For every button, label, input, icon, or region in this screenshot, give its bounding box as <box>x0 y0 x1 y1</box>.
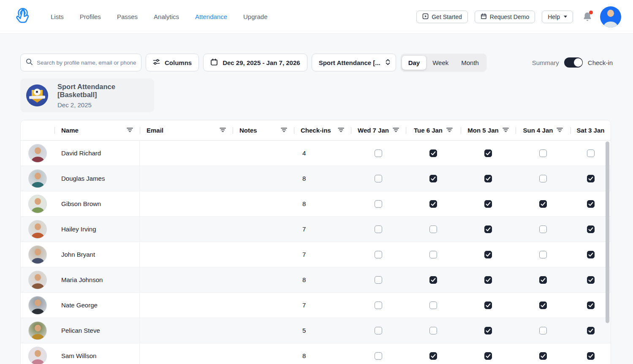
attendance-checkbox[interactable] <box>587 175 595 182</box>
event-card[interactable]: Sport Attendance [Basketball] Dec 2, 202… <box>20 79 154 112</box>
notes-cell <box>233 267 294 292</box>
avatar-head <box>35 299 41 306</box>
help-dropdown-button[interactable]: Help <box>542 11 573 23</box>
column-header-check-ins[interactable]: Check-ins <box>294 120 351 140</box>
name-cell: Pelican Steve <box>54 318 140 343</box>
column-header-wed-7-jan[interactable]: Wed 7 Jan <box>351 120 406 140</box>
attendance-checkbox[interactable] <box>375 352 382 360</box>
segment-day[interactable]: Day <box>402 56 427 70</box>
attendance-checkbox[interactable] <box>587 302 595 309</box>
filter-icon[interactable] <box>281 127 287 134</box>
attendance-checkbox[interactable] <box>587 225 595 233</box>
attendance-checkbox[interactable] <box>587 276 595 284</box>
attendance-checkbox[interactable] <box>429 327 437 334</box>
main-nav: ListsProfilesPassesAnalyticsAttendanceUp… <box>51 13 268 20</box>
profile-avatar <box>28 245 47 264</box>
attendance-checkbox[interactable] <box>375 225 382 233</box>
segment-week[interactable]: Week <box>426 56 455 70</box>
date-range-button[interactable]: Dec 29, 2025 - Jan 7, 2026 <box>203 54 307 71</box>
attendance-checkbox[interactable] <box>539 175 547 182</box>
filter-icon[interactable] <box>446 127 453 134</box>
attendance-checkbox[interactable] <box>587 352 595 360</box>
table-row: Pelican Steve5 <box>21 318 611 343</box>
column-header-email[interactable]: Email <box>140 120 233 140</box>
vertical-scrollbar[interactable] <box>606 141 609 323</box>
attendance-checkbox[interactable] <box>484 251 492 258</box>
avatar-cell <box>21 141 54 166</box>
attendance-checkbox[interactable] <box>587 327 595 334</box>
attendance-checkbox[interactable] <box>375 149 382 157</box>
notifications-button[interactable] <box>581 11 593 23</box>
attendance-checkbox[interactable] <box>375 327 382 334</box>
request-demo-button[interactable]: Request Demo <box>475 11 535 23</box>
attendance-checkbox[interactable] <box>539 200 547 208</box>
search-input[interactable] <box>37 60 136 66</box>
attendance-checkbox[interactable] <box>484 327 492 334</box>
attendance-checkbox[interactable] <box>587 251 595 258</box>
nav-item-attendance[interactable]: Attendance <box>195 13 227 20</box>
column-header-sat-3-jan[interactable]: Sat 3 Jan <box>571 120 611 140</box>
attendance-checkbox[interactable] <box>429 251 437 258</box>
attendance-checkbox[interactable] <box>375 251 382 258</box>
event-select[interactable]: Sport Attendance [... <box>312 54 396 71</box>
nav-item-upgrade[interactable]: Upgrade <box>243 13 268 20</box>
filter-icon[interactable] <box>338 127 344 134</box>
column-header-notes[interactable]: Notes <box>233 120 294 140</box>
attendance-checkbox[interactable] <box>539 302 547 309</box>
day-cell-mon-5-jan <box>461 242 516 267</box>
attendance-checkbox[interactable] <box>429 175 437 182</box>
attendance-checkbox[interactable] <box>539 149 547 157</box>
nav-item-passes[interactable]: Passes <box>117 13 138 20</box>
get-started-button[interactable]: Get Started <box>416 11 468 23</box>
attendance-checkbox[interactable] <box>484 200 492 208</box>
calendar-icon <box>481 13 487 21</box>
nav-item-lists[interactable]: Lists <box>51 13 64 20</box>
nav-item-profiles[interactable]: Profiles <box>80 13 101 20</box>
attendance-checkbox[interactable] <box>484 175 492 182</box>
summary-checkin-toggle[interactable] <box>564 57 583 68</box>
columns-button[interactable]: Columns <box>146 54 199 71</box>
attendance-checkbox[interactable] <box>484 302 492 309</box>
attendance-checkbox[interactable] <box>484 276 492 284</box>
user-avatar[interactable] <box>600 6 621 27</box>
attendance-checkbox[interactable] <box>539 225 547 233</box>
attendance-checkbox[interactable] <box>539 327 547 334</box>
attendance-checkbox[interactable] <box>375 302 382 309</box>
day-cell-mon-5-jan <box>461 267 516 292</box>
attendance-checkbox[interactable] <box>587 200 595 208</box>
filter-icon[interactable] <box>503 127 509 134</box>
notes-cell <box>233 318 294 343</box>
attendance-checkbox[interactable] <box>429 276 437 284</box>
attendance-checkbox[interactable] <box>539 251 547 258</box>
attendance-checkbox[interactable] <box>587 149 595 157</box>
avatar-head <box>607 10 614 17</box>
attendance-checkbox[interactable] <box>429 200 437 208</box>
filter-icon[interactable] <box>557 127 563 134</box>
day-cell-wed-7-jan <box>351 242 406 267</box>
column-header-name[interactable]: Name <box>54 120 140 140</box>
day-cell-tue-6-jan <box>406 293 461 318</box>
attendance-checkbox[interactable] <box>484 149 492 157</box>
column-header-tue-6-jan[interactable]: Tue 6 Jan <box>406 120 461 140</box>
filter-icon[interactable] <box>127 127 133 134</box>
attendance-checkbox[interactable] <box>429 302 437 309</box>
attendance-checkbox[interactable] <box>484 225 492 233</box>
attendance-checkbox[interactable] <box>429 149 437 157</box>
column-header-mon-5-jan[interactable]: Mon 5 Jan <box>461 120 516 140</box>
attendance-checkbox[interactable] <box>375 276 382 284</box>
day-cell-sun-4-jan <box>516 242 571 267</box>
attendance-checkbox[interactable] <box>429 225 437 233</box>
attendance-checkbox[interactable] <box>375 200 382 208</box>
filter-icon[interactable] <box>393 127 399 134</box>
nav-item-analytics[interactable]: Analytics <box>154 13 179 20</box>
attendance-checkbox[interactable] <box>539 276 547 284</box>
attendance-checkbox[interactable] <box>429 352 437 360</box>
day-cell-wed-7-jan <box>351 343 406 364</box>
attendance-checkbox[interactable] <box>539 352 547 360</box>
segment-month[interactable]: Month <box>455 56 485 70</box>
column-header-sun-4-jan[interactable]: Sun 4 Jan <box>516 120 571 140</box>
attendance-checkbox[interactable] <box>484 352 492 360</box>
attendance-checkbox[interactable] <box>375 175 382 182</box>
filter-icon[interactable] <box>220 127 226 134</box>
app-logo[interactable] <box>12 5 35 29</box>
